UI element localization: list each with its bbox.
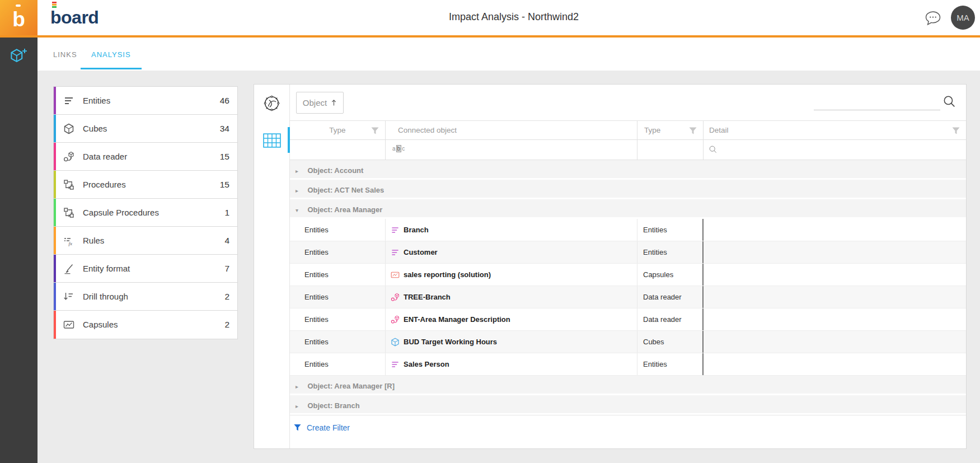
sidebar-item-procedures[interactable]: Procedures 15 [54, 171, 237, 199]
filter-funnel-icon[interactable] [371, 127, 379, 135]
chevron-down-icon[interactable]: ▾ [296, 200, 302, 220]
board-logo-letter: b [12, 8, 25, 31]
capsule-icon [391, 270, 400, 279]
capsules-icon [63, 319, 74, 330]
column-header-connected-object[interactable]: Connected object [386, 121, 637, 140]
cell-detail [704, 331, 966, 353]
tab-strip: LINKS ANALYSIS [37, 38, 980, 71]
filter-cell-type[interactable] [290, 139, 386, 160]
sidebar-item-data-reader[interactable]: Data reader 15 [54, 143, 237, 171]
board-logo-mark[interactable]: b [0, 0, 37, 35]
sidebar-item-capsules[interactable]: Capsules 2 [54, 311, 237, 339]
cell-type: Entities [290, 241, 386, 263]
cell-connected-object: Branch [386, 219, 637, 241]
item-label: Entity format [83, 255, 130, 283]
analysis-panel: Object Type Connected object Type [254, 84, 967, 449]
cell-connected-type: Entities [637, 353, 704, 375]
color-bar [54, 115, 56, 142]
cell-connected-object: Customer [386, 241, 637, 263]
sort-button-label: Object [303, 98, 327, 107]
chevron-right-icon[interactable]: ▸ [296, 181, 302, 200]
cell-type: Entities [290, 353, 386, 375]
entity-lines-icon [63, 95, 74, 106]
filter-cell-connected-type[interactable] [637, 139, 704, 160]
table-row[interactable]: Entities Branch Entities [290, 219, 966, 241]
filter-funnel-icon[interactable] [951, 127, 960, 135]
table-row[interactable]: Entities ENT-Area Manager Description Da… [290, 308, 966, 331]
filter-funnel-icon[interactable] [688, 127, 697, 135]
group-row-area-manager-r[interactable]: ▸ Object: Area Manager [R] [290, 376, 966, 395]
cell-connected-object: BUD Target Working Hours [386, 331, 637, 353]
table-row[interactable]: Entities Sales Person Entities [290, 353, 966, 376]
item-count: 1 [224, 199, 229, 227]
sidebar-item-cubes[interactable]: Cubes 34 [54, 115, 237, 143]
page-title: Impact Analysis - Northwind2 [449, 11, 579, 23]
group-row-branch[interactable]: ▸ Object: Branch [290, 395, 966, 415]
object-type-list: Entities 46 Cubes 34 Data reader 15 Proc… [53, 86, 238, 339]
color-bar [54, 143, 56, 170]
column-header-detail[interactable]: Detail [704, 121, 966, 140]
cell-connected-object: Sales Person [386, 353, 637, 375]
cell-connected-type: Entities [637, 219, 704, 241]
cell-connected-object: TREE-Branch [386, 286, 637, 308]
cell-type: Entities [290, 264, 386, 286]
data-model-icon[interactable] [8, 46, 28, 66]
group-row-area-manager[interactable]: ▾ Object: Area Manager [290, 199, 966, 219]
table-row[interactable]: Entities BUD Target Working Hours Cubes [290, 331, 966, 353]
column-header-connected-type[interactable]: Type [637, 121, 704, 140]
cell-detail [704, 241, 966, 263]
grid-view-icon[interactable] [263, 133, 281, 148]
sidebar-item-rules[interactable]: Rules 4 [54, 227, 237, 255]
create-filter-button[interactable]: Create Filter [290, 415, 966, 439]
search-filter-icon[interactable] [709, 145, 718, 154]
table-row[interactable]: Entities TREE-Branch Data reader [290, 286, 966, 308]
filter-cell-detail[interactable] [704, 139, 966, 160]
cell-detail [704, 286, 966, 308]
tab-analysis[interactable]: ANALYSIS [81, 38, 142, 69]
table-row[interactable]: Entities sales reporting (solution) Caps… [290, 264, 966, 286]
item-label: Capsule Procedures [83, 199, 159, 227]
cell-connected-type: Data reader [637, 286, 704, 308]
table-row[interactable]: Entities Customer Entities [290, 241, 966, 264]
entity-icon [391, 248, 400, 257]
procedures-icon [63, 179, 74, 190]
item-count: 2 [224, 283, 229, 311]
color-bar [54, 87, 56, 114]
chevron-right-icon[interactable]: ▸ [296, 161, 302, 181]
item-label: Procedures [83, 171, 126, 199]
search-input[interactable] [814, 93, 940, 110]
sidebar-item-capsule-procedures[interactable]: Capsule Procedures 1 [54, 199, 237, 227]
filter-cell-connected-object[interactable]: abc [386, 139, 637, 160]
user-avatar[interactable]: MA [951, 6, 975, 30]
cell-connected-type: Entities [637, 241, 704, 263]
search-icon[interactable] [943, 95, 956, 109]
entity-icon [391, 360, 400, 369]
impact-table: Type Connected object Type Detail [290, 120, 966, 439]
color-bar [54, 199, 56, 226]
color-bar [54, 171, 56, 198]
sidebar-item-entity-format[interactable]: Entity format 7 [54, 255, 237, 283]
group-row-act-net-sales[interactable]: ▸ Object: ACT Net Sales [290, 180, 966, 199]
cell-connected-type: Cubes [637, 331, 704, 353]
chevron-right-icon[interactable]: ▸ [296, 377, 302, 396]
create-filter-label: Create Filter [307, 423, 350, 432]
cell-type: Entities [290, 331, 386, 353]
entity-icon [391, 226, 400, 235]
group-row-account[interactable]: ▸ Object: Account [290, 160, 966, 180]
item-count: 34 [220, 115, 229, 143]
item-label: Rules [83, 227, 104, 255]
column-header-type[interactable]: Type [290, 121, 386, 140]
left-rail [0, 38, 37, 463]
cell-type: Entities [290, 286, 386, 308]
table-header-row: Type Connected object Type Detail [290, 120, 966, 139]
chevron-right-icon[interactable]: ▸ [296, 396, 302, 416]
impact-graph-view-icon[interactable] [261, 92, 283, 114]
abc-filter-icon[interactable]: abc [392, 146, 405, 152]
sidebar-item-drill-through[interactable]: Drill through 2 [54, 283, 237, 311]
sidebar-item-entities[interactable]: Entities 46 [54, 87, 237, 115]
chat-icon[interactable] [925, 11, 941, 26]
item-count: 2 [224, 311, 229, 339]
sort-by-object-button[interactable]: Object [296, 92, 344, 114]
tab-links[interactable]: LINKS [53, 38, 77, 71]
item-count: 4 [224, 227, 229, 255]
